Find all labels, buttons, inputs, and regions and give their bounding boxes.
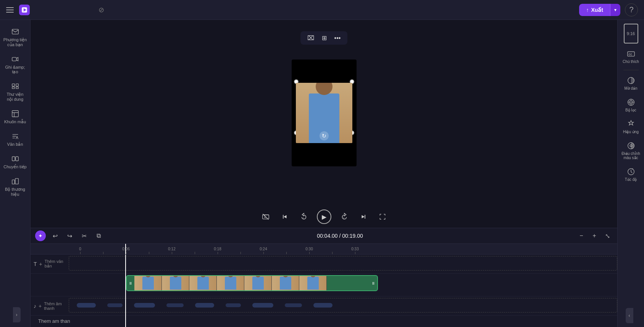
right-sidebar-collapse-button[interactable]: ‹ [626,308,633,323]
svg-rect-6 [16,87,18,89]
forward-5s-button[interactable]: 5 [338,211,350,223]
menu-icon[interactable] [6,7,14,13]
project-title-input[interactable]: Video của tôi [34,6,95,13]
svg-rect-8 [12,157,15,161]
ruler-mark-0: 0 [69,247,92,254]
sidebar-item-filters[interactable]: Bộ lọc [619,95,643,115]
zoom-in-button[interactable]: + [589,230,600,241]
sidebar-item-media[interactable]: Phương tiện của bạn [2,24,29,50]
video-strip: ⏸ [126,275,378,291]
track-thumb-6 [272,276,299,290]
rotate-handle[interactable]: ↻ [320,131,329,140]
sidebar-item-record-label: Ghi &amp; tạo [3,65,27,74]
sidebar-item-captions[interactable]: CC Chú thích [619,47,643,67]
sidebar-item-brand[interactable]: Bộ thương hiệu [2,174,29,200]
track-thumb-2 [162,276,189,290]
sidebar-item-color[interactable]: Điều chỉnh màu sắc [619,139,643,163]
sidebar-item-filters-label: Bộ lọc [625,108,636,112]
sidebar-item-effects[interactable]: Hiệu ứng [619,117,643,137]
magic-tool-button[interactable]: ✦ [35,230,46,241]
waveform-1 [77,303,96,308]
sidebar-item-text-label: Văn bản [7,142,23,147]
preview-area: ⌧ ⊞ ••• ↻ [31,20,617,206]
ruler-mark-1 [92,251,115,254]
topbar: Video của tôi ⊘ ↑ Xuất ▾ ? [0,0,644,20]
audio-track-content [69,296,617,315]
more-options-button[interactable]: ••• [332,34,343,42]
add-audio-label: Thêm âm thanh [44,301,66,311]
waveform-9 [313,303,332,308]
zoom-out-button[interactable]: − [576,230,587,241]
ruler-mark-2: 0:06 [115,247,137,254]
waveform-4 [166,303,184,307]
text-track-row: T + Thêm văn bản [31,255,617,274]
svg-rect-4 [16,84,18,86]
video-track-content[interactable]: ⏸ [69,274,617,296]
export-button[interactable]: ↑ Xuất [579,4,610,16]
bottom-label: Them am than [38,318,70,324]
ruler-mark-7 [229,251,252,254]
add-audio-button[interactable]: + [39,303,42,309]
sidebar-item-content[interactable]: Thư viện nội dung [2,79,29,105]
text-track-icon: T [34,261,37,267]
export-dropdown-button[interactable]: ▾ [610,4,620,16]
add-text-button[interactable]: + [39,261,42,267]
export-upload-icon: ↑ [586,7,589,13]
sidebar-item-effects-label: Hiệu ứng [623,130,639,134]
track-thumb-4 [217,276,244,290]
right-sidebar-divider [623,70,639,70]
svg-text:CC: CC [628,53,632,56]
timeline-time-display: 00:04.00 / 00:19.00 [108,233,572,239]
export-group: ↑ Xuất ▾ [579,4,620,16]
cut-button[interactable]: ✂ [79,230,89,241]
add-text-label: Thêm văn bản [45,259,66,269]
waveform-6 [226,303,241,307]
sidebar-item-color-label: Điều chỉnh màu sắc [621,151,641,160]
export-label: Xuất [591,7,603,13]
zoom-fit-button[interactable]: ⤡ [602,230,613,241]
play-button[interactable]: ▶ [317,209,331,224]
app-logo [19,5,30,15]
copy-button[interactable]: ⧉ [93,230,104,241]
sidebar-item-transitions[interactable]: Chuyển tiếp [2,151,29,172]
sidebar-item-media-label: Phương tiện của bạn [3,37,27,47]
svg-rect-7 [12,111,18,117]
ruler-mark-5 [183,251,206,254]
help-button[interactable]: ? [625,3,638,16]
sidebar-item-text[interactable]: Văn bản [2,129,29,150]
undo-button[interactable]: ↩ [50,230,60,241]
skip-forward-button[interactable] [357,211,370,223]
text-track-content [69,255,617,273]
sidebar-item-transitions-label: Chuyển tiếp [3,164,26,169]
track-thumb-3 [189,276,217,290]
redo-button[interactable]: ↪ [64,230,75,241]
text-track-label: T + Thêm văn bản [31,259,69,269]
rewind-5s-button[interactable]: 5 [298,211,310,223]
sidebar-item-record[interactable]: Ghi &amp; tạo [2,52,29,77]
text-track-empty [69,256,617,271]
sidebar-item-fade[interactable]: Mờ dần [619,73,643,93]
sidebar-item-speed-label: Tốc độ [625,177,637,182]
sidebar-item-templates[interactable]: Khuôn mẫu [2,106,29,127]
waveform-2 [107,303,123,307]
ruler-marks: 0 0:06 0:12 0:18 0:24 0:30 [69,244,366,254]
ruler-mark-10: 0:30 [298,247,321,254]
ruler-mark-8: 0:24 [252,247,275,254]
audio-track-label: ♪ + Thêm âm thanh [31,301,69,311]
track-thumb-1 [134,276,162,290]
hide-captions-button[interactable] [260,211,272,223]
aspect-ratio-button[interactable]: 9:16 [624,24,638,43]
sidebar-collapse-button[interactable]: › [13,307,21,322]
timeline-toolbar: ✦ ↩ ↪ ✂ ⧉ 00:04.00 / 00:19.00 − + ⤡ [31,228,617,244]
person-head [316,83,332,95]
skip-back-button[interactable] [279,211,291,223]
fullscreen-button[interactable] [376,211,389,223]
ruler-mark-12: 0:33 [344,247,366,254]
track-thumb-5 [244,276,272,290]
crop-button[interactable]: ⌧ [305,34,316,42]
right-sidebar: 9:16 CC Chú thích Mờ dần [617,20,644,327]
sidebar-item-speed[interactable]: Tốc độ [619,164,643,185]
fit-button[interactable]: ⊞ [320,34,329,42]
ruler-mark-4: 0:12 [160,247,183,254]
audio-track-row: ♪ + Thêm âm thanh [31,296,617,316]
